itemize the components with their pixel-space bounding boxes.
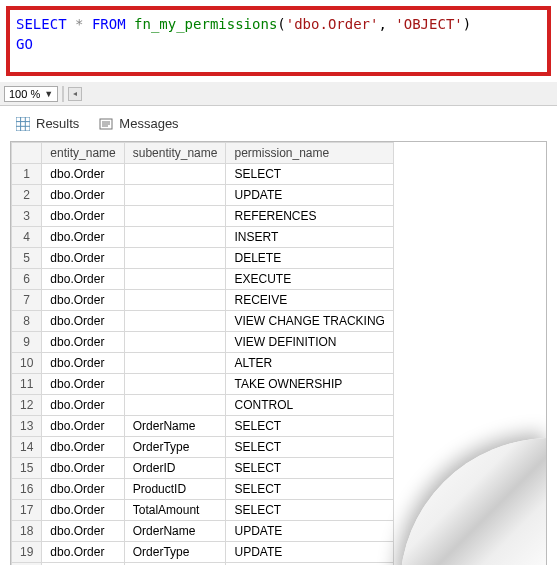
row-number[interactable]: 16 [12, 479, 42, 500]
cell-permission[interactable]: REFERENCES [226, 206, 393, 227]
cell-entity[interactable]: dbo.Order [42, 227, 124, 248]
cell-subentity[interactable]: OrderType [124, 437, 226, 458]
cell-permission[interactable]: SELECT [226, 479, 393, 500]
cell-entity[interactable]: dbo.Order [42, 185, 124, 206]
editor-line-1[interactable]: SELECT * FROM fn_my_permissions('dbo.Ord… [16, 14, 541, 34]
cell-permission[interactable]: SELECT [226, 458, 393, 479]
cell-subentity[interactable] [124, 164, 226, 185]
cell-permission[interactable]: UPDATE [226, 542, 393, 563]
table-row[interactable]: 19dbo.OrderOrderTypeUPDATE [12, 542, 394, 563]
cell-permission[interactable]: SELECT [226, 416, 393, 437]
table-row[interactable]: 16dbo.OrderProductIDSELECT [12, 479, 394, 500]
cell-entity[interactable]: dbo.Order [42, 290, 124, 311]
cell-entity[interactable]: dbo.Order [42, 437, 124, 458]
scroll-left-button[interactable]: ◂ [68, 87, 82, 101]
cell-permission[interactable]: INSERT [226, 227, 393, 248]
cell-entity[interactable]: dbo.Order [42, 269, 124, 290]
cell-permission[interactable]: TAKE OWNERSHIP [226, 374, 393, 395]
table-row[interactable]: 3dbo.OrderREFERENCES [12, 206, 394, 227]
table-row[interactable]: 13dbo.OrderOrderNameSELECT [12, 416, 394, 437]
cell-subentity[interactable]: OrderID [124, 458, 226, 479]
cell-permission[interactable]: VIEW CHANGE TRACKING [226, 311, 393, 332]
table-row[interactable]: 6dbo.OrderEXECUTE [12, 269, 394, 290]
cell-permission[interactable]: SELECT [226, 437, 393, 458]
table-row[interactable]: 9dbo.OrderVIEW DEFINITION [12, 332, 394, 353]
cell-subentity[interactable]: OrderType [124, 542, 226, 563]
cell-subentity[interactable] [124, 227, 226, 248]
cell-subentity[interactable] [124, 311, 226, 332]
cell-permission[interactable]: EXECUTE [226, 269, 393, 290]
cell-entity[interactable]: dbo.Order [42, 164, 124, 185]
header-entity[interactable]: entity_name [42, 143, 124, 164]
row-number[interactable]: 19 [12, 542, 42, 563]
cell-permission[interactable]: SELECT [226, 500, 393, 521]
cell-subentity[interactable] [124, 353, 226, 374]
cell-permission[interactable]: SELECT [226, 164, 393, 185]
results-table[interactable]: entity_name subentity_name permission_na… [11, 142, 394, 565]
cell-entity[interactable]: dbo.Order [42, 374, 124, 395]
tab-messages[interactable]: Messages [93, 114, 184, 133]
cell-entity[interactable]: dbo.Order [42, 500, 124, 521]
row-number[interactable]: 11 [12, 374, 42, 395]
table-row[interactable]: 15dbo.OrderOrderIDSELECT [12, 458, 394, 479]
row-number[interactable]: 18 [12, 521, 42, 542]
row-number[interactable]: 13 [12, 416, 42, 437]
table-row[interactable]: 4dbo.OrderINSERT [12, 227, 394, 248]
cell-subentity[interactable] [124, 248, 226, 269]
cell-permission[interactable]: UPDATE [226, 185, 393, 206]
row-number[interactable]: 9 [12, 332, 42, 353]
table-row[interactable]: 1dbo.OrderSELECT [12, 164, 394, 185]
cell-permission[interactable]: RECEIVE [226, 290, 393, 311]
table-row[interactable]: 5dbo.OrderDELETE [12, 248, 394, 269]
cell-permission[interactable]: CONTROL [226, 395, 393, 416]
row-number[interactable]: 1 [12, 164, 42, 185]
cell-entity[interactable]: dbo.Order [42, 206, 124, 227]
cell-subentity[interactable]: OrderName [124, 521, 226, 542]
cell-subentity[interactable] [124, 185, 226, 206]
cell-entity[interactable]: dbo.Order [42, 353, 124, 374]
cell-subentity[interactable] [124, 206, 226, 227]
cell-subentity[interactable] [124, 269, 226, 290]
row-number[interactable]: 7 [12, 290, 42, 311]
header-permission[interactable]: permission_name [226, 143, 393, 164]
row-number[interactable]: 4 [12, 227, 42, 248]
row-number[interactable]: 3 [12, 206, 42, 227]
table-row[interactable]: 18dbo.OrderOrderNameUPDATE [12, 521, 394, 542]
cell-permission[interactable]: UPDATE [226, 521, 393, 542]
table-row[interactable]: 2dbo.OrderUPDATE [12, 185, 394, 206]
row-number[interactable]: 5 [12, 248, 42, 269]
cell-subentity[interactable] [124, 374, 226, 395]
cell-entity[interactable]: dbo.Order [42, 416, 124, 437]
row-number[interactable]: 12 [12, 395, 42, 416]
row-number[interactable]: 10 [12, 353, 42, 374]
row-number[interactable]: 8 [12, 311, 42, 332]
editor-line-2[interactable]: GO [16, 34, 541, 54]
zoom-dropdown[interactable]: 100 % ▼ [4, 86, 58, 102]
row-number[interactable]: 6 [12, 269, 42, 290]
cell-subentity[interactable] [124, 395, 226, 416]
row-number[interactable]: 14 [12, 437, 42, 458]
row-number[interactable]: 2 [12, 185, 42, 206]
cell-permission[interactable]: DELETE [226, 248, 393, 269]
cell-entity[interactable]: dbo.Order [42, 521, 124, 542]
table-row[interactable]: 14dbo.OrderOrderTypeSELECT [12, 437, 394, 458]
cell-permission[interactable]: VIEW DEFINITION [226, 332, 393, 353]
cell-entity[interactable]: dbo.Order [42, 395, 124, 416]
cell-entity[interactable]: dbo.Order [42, 542, 124, 563]
cell-entity[interactable]: dbo.Order [42, 458, 124, 479]
cell-entity[interactable]: dbo.Order [42, 248, 124, 269]
header-rownum[interactable] [12, 143, 42, 164]
row-number[interactable]: 15 [12, 458, 42, 479]
table-row[interactable]: 10dbo.OrderALTER [12, 353, 394, 374]
tab-results[interactable]: Results [10, 114, 85, 133]
cell-subentity[interactable]: OrderName [124, 416, 226, 437]
table-row[interactable]: 8dbo.OrderVIEW CHANGE TRACKING [12, 311, 394, 332]
row-number[interactable]: 17 [12, 500, 42, 521]
cell-permission[interactable]: ALTER [226, 353, 393, 374]
cell-subentity[interactable] [124, 332, 226, 353]
sql-editor[interactable]: SELECT * FROM fn_my_permissions('dbo.Ord… [6, 6, 551, 76]
cell-subentity[interactable]: ProductID [124, 479, 226, 500]
header-subentity[interactable]: subentity_name [124, 143, 226, 164]
table-row[interactable]: 11dbo.OrderTAKE OWNERSHIP [12, 374, 394, 395]
table-row[interactable]: 12dbo.OrderCONTROL [12, 395, 394, 416]
